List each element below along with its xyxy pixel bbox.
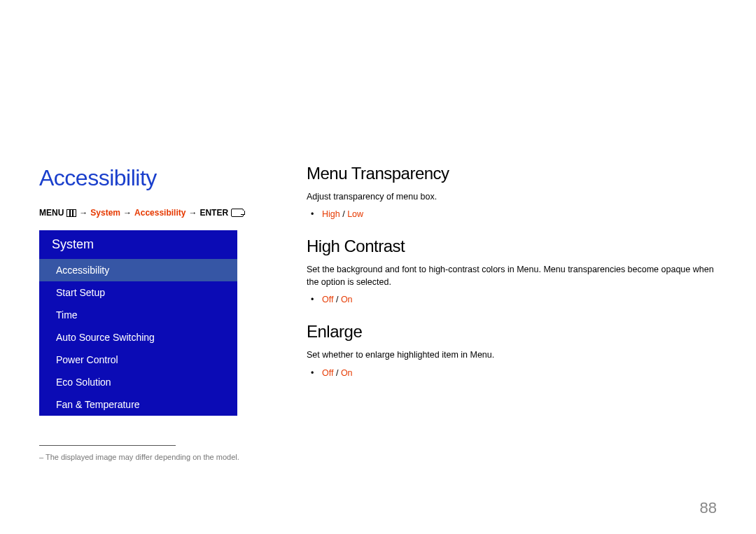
- page-heading: Accessibility: [39, 165, 277, 191]
- option-list: High / Low: [307, 207, 717, 221]
- option-item: High / Low: [319, 207, 717, 221]
- arrow-icon: →: [188, 208, 197, 218]
- breadcrumb-menu-label: MENU: [39, 208, 64, 218]
- section-desc: Set whether to enlarge highlighted item …: [307, 349, 717, 361]
- section: High ContrastSet the background and font…: [307, 237, 717, 307]
- breadcrumb-accessibility: Accessibility: [134, 208, 186, 218]
- left-column: Accessibility MENU → System → Accessibil…: [39, 39, 277, 461]
- menu-panel: System AccessibilityStart SetupTimeAuto …: [39, 230, 237, 416]
- option-item: Off / On: [319, 293, 717, 307]
- breadcrumb-system: System: [90, 208, 120, 218]
- right-column: Menu TransparencyAdjust transparency of …: [307, 39, 717, 461]
- option-value: On: [341, 368, 353, 378]
- section-desc: Adjust transparency of menu box.: [307, 190, 717, 203]
- menu-item[interactable]: Fan & Temperature: [39, 393, 237, 416]
- menu-item[interactable]: Auto Source Switching: [39, 326, 237, 349]
- arrow-icon: →: [123, 208, 132, 218]
- option-value: Low: [347, 209, 363, 219]
- section-heading: High Contrast: [307, 237, 717, 256]
- menu-item[interactable]: Eco Solution: [39, 371, 237, 393]
- option-list: Off / On: [307, 293, 717, 307]
- page-number: 88: [700, 499, 717, 517]
- option-value: High: [322, 209, 340, 219]
- footnote: – The displayed image may differ dependi…: [39, 453, 277, 461]
- arrow-icon: →: [79, 208, 88, 218]
- footnote-rule: [39, 445, 176, 446]
- menu-header: System: [39, 230, 237, 259]
- option-value: On: [341, 295, 353, 304]
- section: Menu TransparencyAdjust transparency of …: [307, 164, 717, 221]
- enter-icon: [231, 209, 244, 217]
- menu-icon: [66, 209, 76, 217]
- section: EnlargeSet whether to enlarge highlighte…: [307, 322, 717, 379]
- menu-item[interactable]: Power Control: [39, 349, 237, 371]
- breadcrumb: MENU → System → Accessibility → ENTER: [39, 208, 277, 218]
- breadcrumb-enter-label: ENTER: [200, 208, 228, 218]
- option-sep: /: [333, 295, 340, 304]
- menu-item[interactable]: Start Setup: [39, 281, 237, 304]
- menu-item[interactable]: Accessibility: [39, 259, 237, 281]
- section-desc: Set the background and font to high-cont…: [307, 263, 717, 288]
- option-item: Off / On: [319, 366, 717, 380]
- option-value: Off: [322, 368, 333, 378]
- section-heading: Menu Transparency: [307, 164, 717, 183]
- option-sep: /: [333, 368, 340, 378]
- menu-item[interactable]: Time: [39, 304, 237, 326]
- section-heading: Enlarge: [307, 322, 717, 342]
- option-value: Off: [322, 295, 333, 304]
- option-sep: /: [340, 209, 347, 219]
- option-list: Off / On: [307, 366, 717, 380]
